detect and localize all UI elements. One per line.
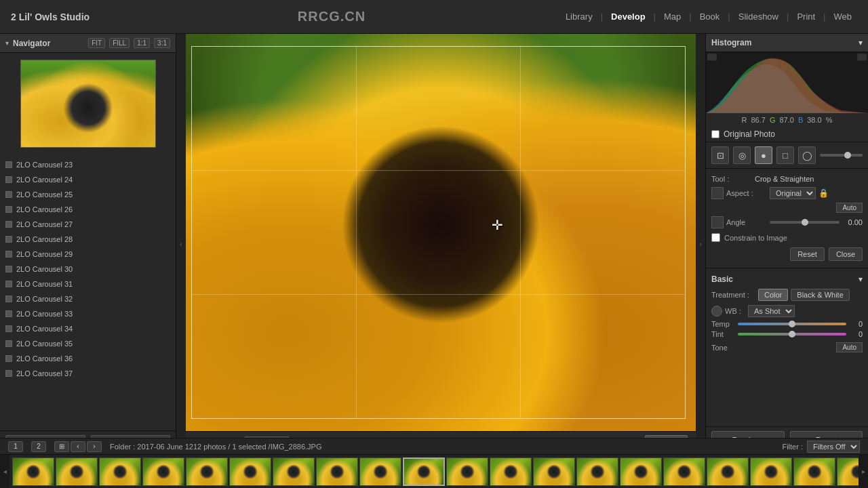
filmstrip-list-item[interactable]: 2LO Carousel 23 [0,157,176,172]
nav-map[interactable]: Map [658,9,686,24]
nav-web[interactable]: Web [829,9,858,24]
zoom-fit-btn[interactable]: FIT [88,38,105,48]
filmstrip-list-item[interactable]: 2LO Carousel 29 [0,247,176,262]
filmstrip-thumb[interactable] [533,458,575,486]
nav-slideshow[interactable]: Slideshow [733,9,784,24]
filmstrip-right-arrow[interactable]: ▸ [859,455,868,488]
crop-section: Tool : Crop & Straighten Aspect : Origin… [706,168,868,268]
tone-auto-button[interactable]: Auto [836,342,863,352]
zoom-3-1-btn[interactable]: 3:1 [154,38,170,48]
nav-library[interactable]: Library [560,9,598,24]
filmstrip-list-item[interactable]: 2LO Carousel 36 [0,351,176,366]
filmstrip-thumb[interactable] [837,458,859,486]
histogram-collapse-icon[interactable]: ▾ [859,38,863,47]
filmstrip-thumb[interactable] [229,458,271,486]
right-panel-toggle[interactable]: › [696,34,705,454]
filter-select[interactable]: Filters Off [807,441,860,453]
filmstrip-thumb[interactable] [663,458,705,486]
zoom-fill-btn[interactable]: FILL [109,38,130,48]
grid-view-btn[interactable]: ⊞ [54,441,69,452]
filmstrip-list-item[interactable]: 2LO Carousel 33 [0,306,176,321]
filmstrip-thumb[interactable] [12,458,54,486]
film-item-icon [5,266,12,272]
next-nav-btn[interactable]: › [87,441,102,452]
filmstrip-thumb[interactable] [707,458,749,486]
b-value: 38.0 [807,116,821,124]
page-1-btn[interactable]: 1 [8,441,23,452]
constrain-checkbox[interactable] [711,233,720,242]
filmstrip-list-item[interactable]: 2LO Carousel 26 [0,202,176,217]
top-bar: 2 Lil' Owls Studio RRCG.CN Library | Dev… [0,0,868,34]
bottom-bar: ◂ ▸ [0,454,868,488]
filmstrip-list-item[interactable]: 2LO Carousel 28 [0,232,176,247]
filmstrip-thumb[interactable] [186,458,228,486]
nav-book[interactable]: Book [694,9,726,24]
temp-slider[interactable] [738,323,846,325]
r-label: R [742,116,747,124]
nav-develop[interactable]: Develop [606,9,651,24]
filmstrip-list-item[interactable]: 2LO Carousel 27 [0,217,176,232]
aspect-select[interactable]: Original [770,187,816,199]
angle-row: Angle 0.00 [711,214,863,230]
filmstrip-list-item[interactable]: 2LO Carousel 32 [0,291,176,306]
main-image [186,34,696,431]
histogram-title: Histogram [711,38,859,47]
filmstrip-thumb[interactable] [99,458,141,486]
wb-icon[interactable] [711,306,722,317]
filmstrip-left-arrow[interactable]: ◂ [0,455,9,488]
filmstrip-list-item[interactable]: 2LO Carousel 35 [0,336,176,351]
tool-spot-icon[interactable]: ◎ [733,146,751,164]
close-crop-button[interactable]: Close [829,247,863,261]
filmstrip-list-item[interactable]: 2LO Carousel 37 [0,366,176,381]
aspect-icon[interactable] [711,187,724,199]
film-item-icon [5,281,12,287]
zoom-1-1-btn[interactable]: 1:1 [134,38,150,48]
tool-crop-icon[interactable]: ⊡ [711,146,729,164]
filmstrip-thumb[interactable] [359,458,401,486]
bw-button[interactable]: Black & White [791,289,849,301]
film-item-icon [5,236,12,243]
filmstrip-thumb[interactable] [490,458,532,486]
navigator-collapse-icon[interactable]: ▾ [5,39,9,47]
nav-print[interactable]: Print [791,9,821,24]
filmstrip-thumb[interactable] [793,458,835,486]
basic-collapse-icon[interactable]: ▾ [859,274,863,284]
tool-brush-icon[interactable]: □ [776,146,794,164]
left-panel-toggle[interactable]: ‹ [176,34,186,454]
tool-filter-icon[interactable]: ◯ [798,146,816,164]
tint-slider[interactable] [738,333,846,336]
filmstrip-thumb[interactable] [576,458,618,486]
wb-row: WB : As Shot [711,305,863,317]
filmstrip-list-item[interactable]: 2LO Carousel 30 [0,262,176,277]
angle-slider[interactable] [770,221,840,224]
image-canvas: ✛ [186,34,696,431]
film-item-label: 2LO Carousel 37 [16,369,73,378]
auto-button[interactable]: Auto [836,203,863,213]
page-2-btn[interactable]: 2 [31,441,46,452]
tool-slider-icon[interactable] [820,146,863,164]
filmstrip-thumb[interactable] [750,458,792,486]
reset-crop-button[interactable]: Reset [790,247,825,261]
color-button[interactable]: Color [758,289,788,301]
filmstrip-thumb[interactable] [273,458,315,486]
filmstrip-list-item[interactable]: 2LO Carousel 24 [0,172,176,187]
film-item-icon [5,161,12,168]
wb-select[interactable]: As Shot [748,305,795,317]
filmstrip-thumb[interactable] [142,458,184,486]
tool-redeye-icon[interactable]: ● [755,146,772,164]
filmstrip-thumb[interactable] [620,458,662,486]
filmstrip-thumb[interactable] [56,458,98,486]
filmstrip-list[interactable]: 2LO Carousel 232LO Carousel 242LO Carous… [0,155,176,430]
original-photo-checkbox[interactable] [711,130,719,138]
filmstrip-thumb[interactable] [403,458,445,486]
svg-rect-1 [707,54,717,60]
filmstrip-thumb[interactable] [316,458,358,486]
lock-icon[interactable]: 🔒 [818,188,829,198]
filmstrip-thumb[interactable] [446,458,488,486]
filmstrip-list-item[interactable]: 2LO Carousel 34 [0,321,176,336]
g-value: 87.0 [779,116,793,124]
filmstrip-list-item[interactable]: 2LO Carousel 31 [0,277,176,291]
filmstrip-list-item[interactable]: 2LO Carousel 25 [0,187,176,202]
prev-nav-btn[interactable]: ‹ [71,441,85,452]
histogram-header: Histogram ▾ [706,34,868,52]
